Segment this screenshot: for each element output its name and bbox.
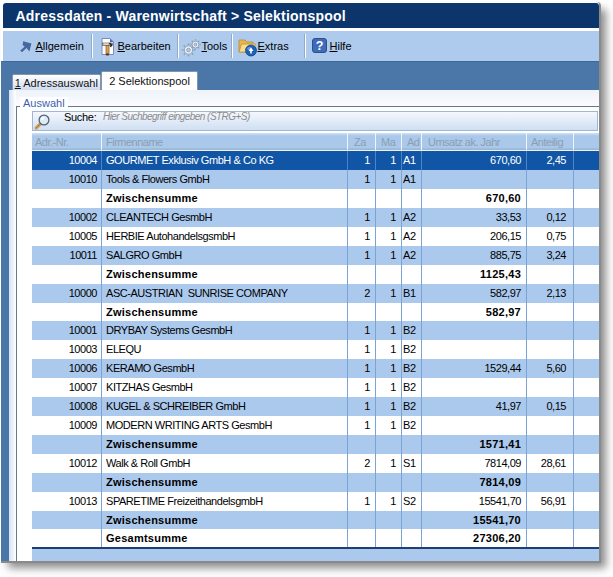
svg-text:?: ? <box>316 39 324 53</box>
